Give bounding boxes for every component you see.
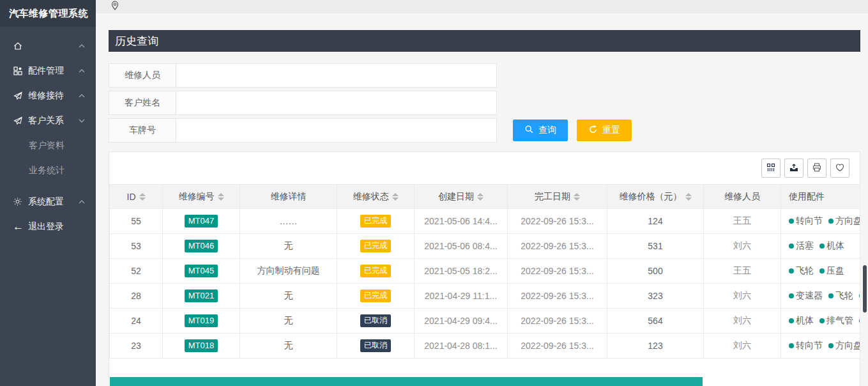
- status-cell: 已取消: [337, 334, 415, 359]
- sort-icon[interactable]: [685, 193, 692, 201]
- sidebar-subitem-客户资料[interactable]: 客户资料: [0, 133, 96, 158]
- price-cell: 500: [607, 259, 704, 284]
- finished-cell: 2022-09-26 15:3...: [508, 284, 607, 309]
- vertical-scrollbar-thumb[interactable]: [863, 265, 867, 313]
- finished-cell: 2022-09-26 15:3...: [508, 209, 607, 234]
- created-cell: 2021-04-28 08:1...: [415, 334, 508, 359]
- field-input-2[interactable]: [176, 119, 496, 142]
- sidebar-subitem-业务统计[interactable]: 业务统计: [0, 158, 96, 183]
- part-label: 飞轮: [835, 290, 853, 302]
- part-item: 变速器: [789, 290, 823, 302]
- sidebar-item-维修接待[interactable]: 维修接待: [0, 83, 96, 108]
- table-card: ID维修编号维修详情维修状态创建日期完工日期维修价格（元）维修人员使用配件 55…: [109, 151, 860, 386]
- detail-cell: 无: [240, 334, 337, 359]
- repair-code-badge[interactable]: MT019: [185, 314, 218, 327]
- parts-cell: 变速器飞轮离合器: [781, 284, 860, 309]
- repair-code-badge[interactable]: MT018: [185, 339, 218, 352]
- column-header-inner: 维修详情: [240, 191, 337, 203]
- location-pin-icon: [110, 0, 120, 13]
- field-input-box: [176, 91, 497, 115]
- part-item: 离合器: [859, 290, 860, 302]
- sort-icon[interactable]: [139, 193, 146, 201]
- column-header-维修价格（元）: 维修价格（元）: [607, 185, 704, 209]
- column-header-label: 维修价格（元）: [620, 191, 682, 203]
- repair-code-badge[interactable]: MT046: [185, 240, 218, 252]
- topbar: [96, 0, 868, 13]
- field-input-0[interactable]: [176, 64, 496, 87]
- sidebar-item-系统配置[interactable]: 系统配置: [0, 189, 96, 214]
- id-cell: 52: [110, 259, 163, 284]
- sidebar-item-退出登录[interactable]: ←退出登录: [0, 214, 96, 239]
- finished-cell: 2022-09-26 15:3...: [508, 334, 607, 359]
- reset-button[interactable]: 重置: [577, 120, 632, 141]
- part-label: 转向节: [796, 215, 823, 227]
- part-item: 转向节: [789, 340, 823, 351]
- id-cell: 23: [110, 334, 163, 359]
- field-input-1[interactable]: [176, 91, 496, 114]
- column-header-inner[interactable]: 维修编号: [163, 191, 240, 203]
- field-label: 维修人员: [109, 63, 176, 88]
- sort-icon[interactable]: [392, 193, 399, 201]
- sidebar-item-配件管理[interactable]: 配件管理: [0, 58, 96, 83]
- history-table: ID维修编号维修详情维修状态创建日期完工日期维修价格（元）维修人员使用配件 55…: [109, 184, 860, 359]
- sort-icon[interactable]: [218, 193, 224, 201]
- part-label: 活塞: [796, 240, 814, 252]
- repair-code-badge[interactable]: MT045: [185, 265, 218, 277]
- column-header-inner[interactable]: 创建日期: [415, 191, 507, 203]
- column-header-inner[interactable]: ID: [110, 192, 162, 202]
- part-item: 活塞: [789, 240, 814, 252]
- main-area: 历史查询 维修人员客户姓名车牌号 查询 重置: [96, 0, 868, 386]
- sidebar-item-home[interactable]: [0, 33, 96, 58]
- export-button[interactable]: [784, 158, 803, 178]
- status-cell: 已完成: [337, 259, 415, 284]
- search-button-label: 查询: [538, 125, 556, 136]
- detail-cell: 无: [240, 309, 337, 334]
- part-label: 转向节: [796, 340, 823, 351]
- chevron-down-icon: [78, 118, 86, 123]
- table-row: 53MT046无已完成2021-05-06 08:4...2022-09-26 …: [110, 234, 860, 259]
- parts-cell: 飞轮压盘: [781, 259, 860, 284]
- sort-icon[interactable]: [574, 193, 580, 201]
- parts-cell: 转向节方向盘压盘: [781, 334, 860, 359]
- form-buttons: 查询 重置: [513, 120, 632, 141]
- detail-cell: 无: [240, 284, 337, 309]
- repair-code-badge[interactable]: MT047: [185, 215, 218, 228]
- repair-code-badge[interactable]: MT021: [185, 290, 218, 302]
- sort-icon[interactable]: [477, 193, 483, 201]
- status-cell: 已完成: [337, 234, 415, 259]
- sidebar-item-label: 退出登录: [28, 221, 86, 233]
- created-cell: 2021-05-06 08:4...: [415, 234, 508, 259]
- column-header-ID: ID: [110, 185, 163, 209]
- column-header-label: 创建日期: [438, 191, 474, 203]
- heart-button[interactable]: [830, 158, 849, 178]
- status-badge: 已取消: [360, 314, 391, 327]
- column-header-inner[interactable]: 维修价格（元）: [607, 191, 703, 203]
- status-badge: 已完成: [360, 240, 391, 252]
- search-button[interactable]: 查询: [513, 120, 568, 141]
- column-header-inner[interactable]: 维修状态: [337, 191, 414, 203]
- print-icon: [812, 162, 822, 174]
- column-header-inner[interactable]: 完工日期: [508, 191, 607, 203]
- columns-filter-button[interactable]: [761, 158, 780, 178]
- column-header-label: 使用配件: [789, 191, 825, 203]
- component-icon: [13, 66, 28, 76]
- column-header-维修编号: 维修编号: [163, 185, 240, 209]
- price-cell: 323: [607, 284, 704, 309]
- part-label: 变速器: [796, 290, 823, 302]
- part-dot-icon: [789, 219, 794, 224]
- part-item: 方向盘: [828, 215, 860, 227]
- part-item: 转向节: [789, 215, 823, 227]
- sidebar-item-客户关系[interactable]: 客户关系: [0, 108, 96, 133]
- status-cell: 已完成: [337, 284, 415, 309]
- part-item: 飞轮: [828, 290, 853, 302]
- field-label: 客户姓名: [109, 91, 176, 115]
- part-dot-icon: [789, 343, 794, 348]
- part-item: 压盘: [819, 265, 844, 277]
- part-dot-icon: [789, 293, 794, 298]
- part-dot-icon: [828, 343, 834, 348]
- horizontal-scrollbar-thumb[interactable]: [110, 377, 703, 386]
- print-button[interactable]: [807, 158, 826, 178]
- export-icon: [789, 162, 799, 174]
- content: 历史查询 维修人员客户姓名车牌号 查询 重置: [96, 13, 868, 386]
- column-header-创建日期: 创建日期: [415, 185, 508, 209]
